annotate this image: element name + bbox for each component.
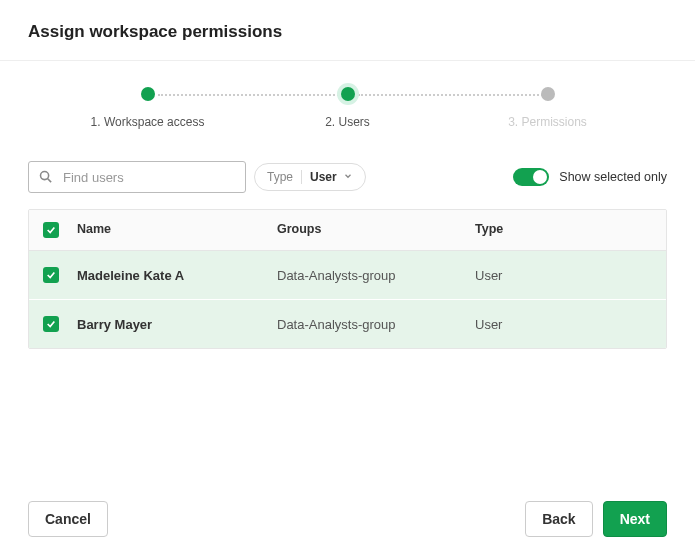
type-filter-dropdown[interactable]: Type User xyxy=(254,163,366,191)
type-filter-value: User xyxy=(310,170,337,184)
table-row[interactable]: Madeleine Kate A Data-Analysts-group Use… xyxy=(29,251,666,300)
next-button[interactable]: Next xyxy=(603,501,667,537)
stepper-label: 1. Workspace access xyxy=(91,115,205,129)
user-name: Madeleine Kate A xyxy=(77,268,277,283)
search-icon xyxy=(38,169,53,187)
stepper-dot-inactive-icon xyxy=(541,87,555,101)
table-header: Name Groups Type xyxy=(29,210,666,251)
cancel-button[interactable]: Cancel xyxy=(28,501,108,537)
stepper-label: 2. Users xyxy=(325,115,370,129)
chevron-down-icon xyxy=(343,170,353,184)
stepper-dot-active-icon xyxy=(341,87,355,101)
svg-line-1 xyxy=(48,179,51,182)
user-name: Barry Mayer xyxy=(77,317,277,332)
row-checkbox[interactable] xyxy=(43,267,59,283)
stepper-step-3: 3. Permissions xyxy=(448,87,648,129)
select-all-checkbox[interactable] xyxy=(43,222,59,238)
page-title: Assign workspace permissions xyxy=(28,22,667,42)
show-selected-label: Show selected only xyxy=(559,170,667,184)
user-type: User xyxy=(475,268,652,283)
stepper-label: 3. Permissions xyxy=(508,115,587,129)
users-table: Name Groups Type Madeleine Kate A Data-A… xyxy=(28,209,667,349)
column-header-groups[interactable]: Groups xyxy=(277,222,475,238)
show-selected-toggle[interactable] xyxy=(513,168,549,186)
stepper-dot-done-icon xyxy=(141,87,155,101)
search-input[interactable] xyxy=(28,161,246,193)
stepper-step-1: 1. Workspace access xyxy=(48,87,248,129)
user-groups: Data-Analysts-group xyxy=(277,317,475,332)
stepper: 1. Workspace access 2. Users 3. Permissi… xyxy=(0,61,695,151)
column-header-type[interactable]: Type xyxy=(475,222,652,238)
column-header-name[interactable]: Name xyxy=(77,222,277,238)
stepper-step-2: 2. Users xyxy=(248,87,448,129)
user-groups: Data-Analysts-group xyxy=(277,268,475,283)
back-button[interactable]: Back xyxy=(525,501,592,537)
type-filter-label: Type xyxy=(267,170,302,184)
row-checkbox[interactable] xyxy=(43,316,59,332)
svg-point-0 xyxy=(41,172,49,180)
user-type: User xyxy=(475,317,652,332)
table-row[interactable]: Barry Mayer Data-Analysts-group User xyxy=(29,300,666,348)
